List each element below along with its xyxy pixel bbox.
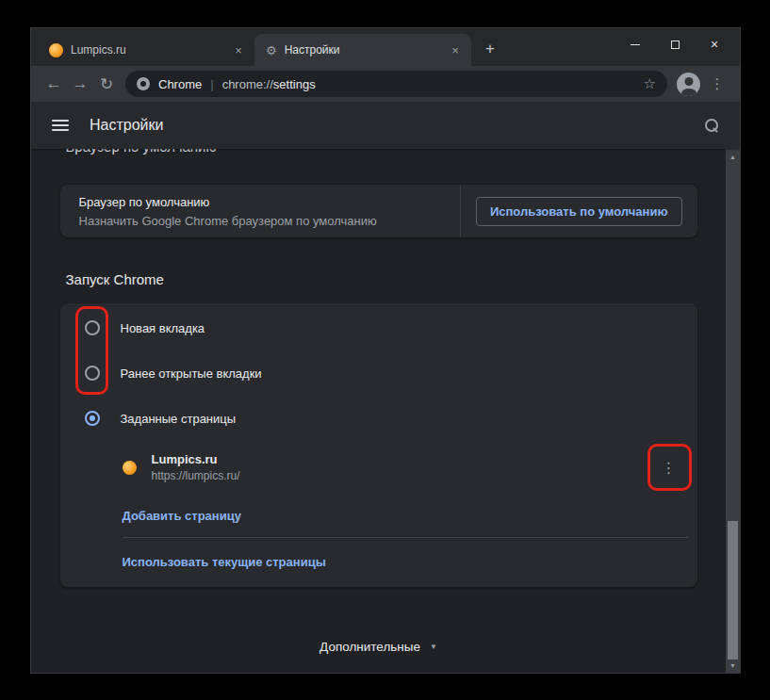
browser-toolbar: ← → ↻ Chrome | chrome://settings ☆ ⋮ xyxy=(31,66,740,102)
option-specific-pages[interactable]: Заданные страницы xyxy=(60,396,697,441)
option-label: Новая вкладка xyxy=(121,321,205,335)
default-browser-action: Использовать по умолчанию xyxy=(460,185,697,237)
omnibox-host: settings xyxy=(273,77,316,91)
scrollbar[interactable]: ▲ ▼ xyxy=(726,149,740,673)
use-current-pages-link[interactable]: Использовать текущие страницы xyxy=(60,538,697,585)
avatar-body xyxy=(681,89,696,96)
tab-strip: Lumpics.ru × ⚙ Настройки × + × xyxy=(31,28,740,66)
omnibox-product-label: Chrome xyxy=(158,77,202,91)
tab-lumpics[interactable]: Lumpics.ru × xyxy=(38,34,254,66)
forward-icon[interactable]: → xyxy=(67,71,93,97)
option-new-tab[interactable]: Новая вкладка xyxy=(60,305,697,350)
gear-icon: ⚙ xyxy=(266,43,277,57)
default-browser-subtitle: Назначить Google Chrome браузером по умо… xyxy=(79,214,441,228)
page-options-kebab-icon[interactable]: ⋮ xyxy=(658,456,680,479)
avatar-head xyxy=(684,77,693,86)
bookmark-star-icon[interactable]: ☆ xyxy=(644,75,656,92)
reload-icon[interactable]: ↻ xyxy=(93,71,120,97)
settings-header: Настройки xyxy=(31,102,740,149)
radio-selected-icon[interactable] xyxy=(85,411,100,426)
scroll-down-icon[interactable]: ▼ xyxy=(726,658,740,673)
page-info: Lumpics.ru https://lumpics.ru/ xyxy=(152,452,240,482)
use-current-pages-label: Использовать текущие страницы xyxy=(123,555,326,569)
startup-page-row: Lumpics.ru https://lumpics.ru/ ⋮ xyxy=(60,441,697,494)
tab-label: Настройки xyxy=(285,43,447,57)
browser-window: Lumpics.ru × ⚙ Настройки × + × ← → ↻ Chr… xyxy=(31,28,740,673)
scrollbar-thumb[interactable] xyxy=(728,521,738,659)
minimize-button[interactable] xyxy=(615,32,655,57)
startup-card: Новая вкладка Ранее открытые вкладки Зад… xyxy=(60,303,697,587)
default-browser-text: Браузер по умолчанию Назначить Google Ch… xyxy=(60,195,460,228)
omnibox-separator: | xyxy=(210,77,213,91)
scroll-up-icon[interactable]: ▲ xyxy=(726,149,740,164)
omnibox-scheme: chrome:// xyxy=(222,77,273,91)
page-url: https://lumpics.ru/ xyxy=(152,469,240,482)
option-label: Заданные страницы xyxy=(121,412,237,426)
tab-close-icon[interactable]: × xyxy=(447,41,464,58)
close-icon: × xyxy=(711,37,718,52)
chrome-logo-icon xyxy=(137,77,150,90)
option-label: Ранее открытые вкладки xyxy=(121,366,262,381)
hamburger-menu-icon[interactable] xyxy=(52,120,69,131)
tab-settings[interactable]: ⚙ Настройки × xyxy=(254,34,471,66)
address-bar[interactable]: Chrome | chrome://settings ☆ xyxy=(125,71,667,97)
tab-close-icon[interactable]: × xyxy=(230,41,247,58)
clipped-section-heading: Браузер по умолчанию xyxy=(60,149,697,157)
minimize-icon xyxy=(631,44,640,45)
page-name: Lumpics.ru xyxy=(152,452,240,466)
back-icon[interactable]: ← xyxy=(41,71,67,97)
default-browser-title: Браузер по умолчанию xyxy=(79,195,441,209)
default-browser-card: Браузер по умолчанию Назначить Google Ch… xyxy=(60,185,697,237)
make-default-button[interactable]: Использовать по умолчанию xyxy=(476,197,682,226)
new-tab-button[interactable]: + xyxy=(477,36,503,62)
add-page-label: Добавить страницу xyxy=(123,509,241,523)
advanced-toggle[interactable]: Дополнительные ▼ xyxy=(60,636,697,657)
maximize-icon xyxy=(671,41,680,49)
advanced-label: Дополнительные xyxy=(319,640,420,654)
radio-unselected-icon[interactable] xyxy=(85,366,100,381)
window-controls: × xyxy=(615,32,734,57)
caret-down-icon: ▼ xyxy=(430,643,437,651)
settings-page-title: Настройки xyxy=(90,117,163,134)
browser-menu-kebab-icon[interactable]: ⋮ xyxy=(704,71,730,97)
add-page-link[interactable]: Добавить страницу xyxy=(60,494,697,537)
search-icon[interactable] xyxy=(704,118,719,133)
close-window-button[interactable]: × xyxy=(695,32,734,57)
startup-section-title: Запуск Chrome xyxy=(60,271,697,288)
radio-unselected-icon[interactable] xyxy=(85,320,100,335)
lumpics-favicon-icon xyxy=(49,43,63,57)
tab-label: Lumpics.ru xyxy=(71,43,230,57)
option-previously-opened-tabs[interactable]: Ранее открытые вкладки xyxy=(60,350,697,396)
settings-content: Браузер по умолчанию Браузер по умолчани… xyxy=(31,149,726,673)
profile-avatar-icon[interactable] xyxy=(677,73,700,96)
screen: Lumpics.ru × ⚙ Настройки × + × ← → ↻ Chr… xyxy=(0,0,770,700)
omnibox-url: chrome://settings xyxy=(222,77,316,91)
maximize-button[interactable] xyxy=(655,32,695,57)
lumpics-favicon-icon xyxy=(123,461,137,475)
